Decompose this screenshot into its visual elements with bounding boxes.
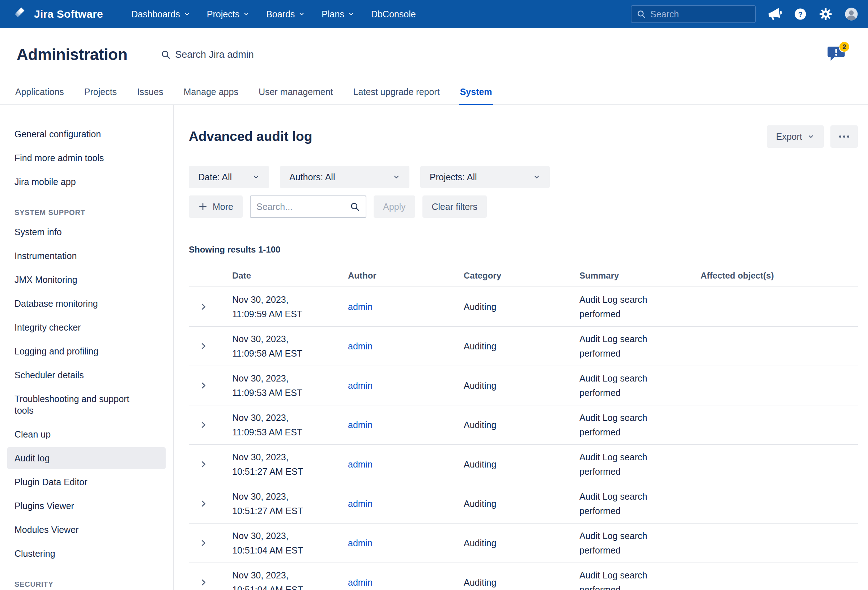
search-icon bbox=[161, 50, 171, 60]
export-button[interactable]: Export bbox=[767, 125, 824, 148]
nav-dashboards-label: Dashboards bbox=[131, 9, 180, 19]
row-author-link[interactable]: admin bbox=[348, 538, 372, 548]
tab-system[interactable]: System bbox=[459, 87, 493, 105]
sidebar-item-integrity-checker[interactable]: Integrity checker bbox=[7, 316, 165, 338]
filter-search[interactable] bbox=[250, 196, 366, 218]
sidebar-item-logging-and-profiling[interactable]: Logging and profiling bbox=[7, 340, 165, 362]
export-label: Export bbox=[776, 131, 802, 142]
settings-gear-icon[interactable] bbox=[819, 7, 833, 21]
projects-filter[interactable]: Projects: All bbox=[420, 166, 550, 188]
expand-row-button[interactable] bbox=[199, 539, 208, 547]
row-category: Auditing bbox=[456, 538, 572, 549]
sidebar-item-clean-up[interactable]: Clean up bbox=[7, 424, 165, 445]
sidebar-item-instrumentation[interactable]: Instrumentation bbox=[7, 245, 165, 266]
clear-filters-button[interactable]: Clear filters bbox=[422, 196, 487, 218]
sidebar-item-system-info[interactable]: System info bbox=[7, 221, 165, 243]
nav-plans[interactable]: Plans bbox=[322, 9, 354, 19]
row-date: Nov 30, 2023, 10:51:27 AM EST bbox=[232, 489, 309, 518]
row-date: Nov 30, 2023, 11:09:53 AM EST bbox=[232, 371, 309, 400]
row-author-link[interactable]: admin bbox=[348, 577, 372, 587]
row-author-link[interactable]: admin bbox=[348, 380, 372, 391]
tab-manage-apps[interactable]: Manage apps bbox=[183, 87, 239, 104]
admin-search[interactable]: Search Jira admin bbox=[161, 49, 254, 60]
row-category: Auditing bbox=[456, 577, 572, 588]
nav-boards[interactable]: Boards bbox=[266, 9, 305, 19]
sidebar-item-audit-log[interactable]: Audit log bbox=[7, 447, 165, 469]
chevron-right-icon bbox=[199, 302, 208, 311]
tab-applications[interactable]: Applications bbox=[15, 87, 65, 104]
row-date: Nov 30, 2023, 11:09:58 AM EST bbox=[232, 332, 309, 360]
chevron-down-icon bbox=[184, 11, 190, 17]
nav-dashboards[interactable]: Dashboards bbox=[131, 9, 190, 19]
expand-row-button[interactable] bbox=[199, 421, 208, 429]
sidebar-item-find-more-admin-tools[interactable]: Find more admin tools bbox=[7, 147, 165, 169]
sidebar-item-jira-mobile-app[interactable]: Jira mobile app bbox=[7, 171, 165, 193]
nav-dbconsole[interactable]: DbConsole bbox=[371, 9, 416, 19]
chevron-down-icon bbox=[348, 11, 354, 17]
chevron-right-icon bbox=[199, 381, 208, 390]
expand-row-button[interactable] bbox=[199, 460, 208, 469]
sidebar-item-plugins-viewer[interactable]: Plugins Viewer bbox=[7, 495, 165, 516]
date-filter[interactable]: Date: All bbox=[189, 166, 269, 188]
authors-filter[interactable]: Authors: All bbox=[280, 166, 409, 188]
sidebar-item-modules-viewer[interactable]: Modules Viewer bbox=[7, 519, 165, 540]
expand-row-button[interactable] bbox=[199, 578, 208, 587]
filter-search-input[interactable] bbox=[257, 202, 346, 212]
row-summary: Audit Log search performed bbox=[579, 489, 668, 518]
more-filters-button[interactable]: More bbox=[189, 196, 243, 218]
row-summary: Audit Log search performed bbox=[579, 450, 668, 479]
expand-row-button[interactable] bbox=[199, 381, 208, 390]
table-row: Nov 30, 2023, 10:51:27 AM EST admin Audi… bbox=[189, 484, 858, 524]
admin-header: Administration Search Jira admin 2 bbox=[0, 28, 868, 72]
tab-projects[interactable]: Projects bbox=[84, 87, 118, 104]
sidebar-item-jmx-monitoring[interactable]: JMX Monitoring bbox=[7, 269, 165, 290]
sidebar-item-general-configuration[interactable]: General configuration bbox=[7, 123, 165, 145]
plus-icon bbox=[198, 202, 208, 211]
sidebar-item-database-monitoring[interactable]: Database monitoring bbox=[7, 293, 165, 314]
chevron-down-icon bbox=[533, 174, 540, 181]
column-header-summary: Summary bbox=[572, 271, 693, 281]
admin-tabs: Applications Projects Issues Manage apps… bbox=[0, 72, 868, 105]
expand-row-button[interactable] bbox=[199, 342, 208, 350]
chevron-down-icon bbox=[252, 174, 260, 181]
sidebar-section-system-support: SYSTEM SUPPORT bbox=[7, 209, 165, 217]
row-author-link[interactable]: admin bbox=[348, 341, 372, 351]
table-row: Nov 30, 2023, 10:51:04 AM EST admin Audi… bbox=[189, 563, 858, 590]
announcement-icon[interactable] bbox=[768, 7, 782, 21]
row-author-link[interactable]: admin bbox=[348, 302, 372, 312]
column-header-category: Category bbox=[456, 271, 572, 281]
nav-projects[interactable]: Projects bbox=[207, 9, 249, 19]
sidebar-item-plugin-data-editor[interactable]: Plugin Data Editor bbox=[7, 471, 165, 493]
tab-latest-upgrade-report[interactable]: Latest upgrade report bbox=[353, 87, 440, 104]
feedback-icon[interactable]: 2 bbox=[827, 45, 846, 64]
table-header: Date Author Category Summary Affected ob… bbox=[189, 271, 858, 287]
global-search-input[interactable] bbox=[650, 9, 750, 19]
page-title: Administration bbox=[17, 46, 127, 63]
sidebar-item-clustering[interactable]: Clustering bbox=[7, 543, 165, 564]
expand-row-button[interactable] bbox=[199, 302, 208, 311]
jira-logo[interactable]: Jira Software bbox=[14, 6, 103, 22]
top-navbar: Jira Software Dashboards Projects Boards… bbox=[0, 0, 868, 28]
table-row: Nov 30, 2023, 10:51:27 AM EST admin Audi… bbox=[189, 445, 858, 484]
row-author-link[interactable]: admin bbox=[348, 459, 372, 469]
chevron-right-icon bbox=[199, 342, 208, 350]
row-summary: Audit Log search performed bbox=[579, 332, 668, 360]
expand-row-button[interactable] bbox=[199, 499, 208, 508]
nav-boards-label: Boards bbox=[266, 9, 295, 19]
column-header-date: Date bbox=[225, 271, 341, 281]
help-icon[interactable]: ? bbox=[794, 7, 807, 21]
sidebar-item-scheduler-details[interactable]: Scheduler details bbox=[7, 364, 165, 386]
sidebar-item-troubleshooting-and-support-tools[interactable]: Troubleshooting and support tools bbox=[7, 388, 165, 421]
row-date: Nov 30, 2023, 10:51:04 AM EST bbox=[232, 568, 309, 590]
row-summary: Audit Log search performed bbox=[579, 568, 668, 590]
tab-user-management[interactable]: User management bbox=[258, 87, 334, 104]
global-search[interactable] bbox=[631, 5, 756, 23]
more-options-button[interactable] bbox=[830, 125, 858, 148]
row-author-link[interactable]: admin bbox=[348, 499, 372, 509]
chevron-right-icon bbox=[199, 539, 208, 547]
row-date: Nov 30, 2023, 10:51:04 AM EST bbox=[232, 528, 309, 558]
apply-button[interactable]: Apply bbox=[373, 196, 415, 218]
tab-issues[interactable]: Issues bbox=[136, 87, 164, 104]
row-author-link[interactable]: admin bbox=[348, 420, 372, 430]
user-avatar[interactable] bbox=[844, 7, 859, 21]
